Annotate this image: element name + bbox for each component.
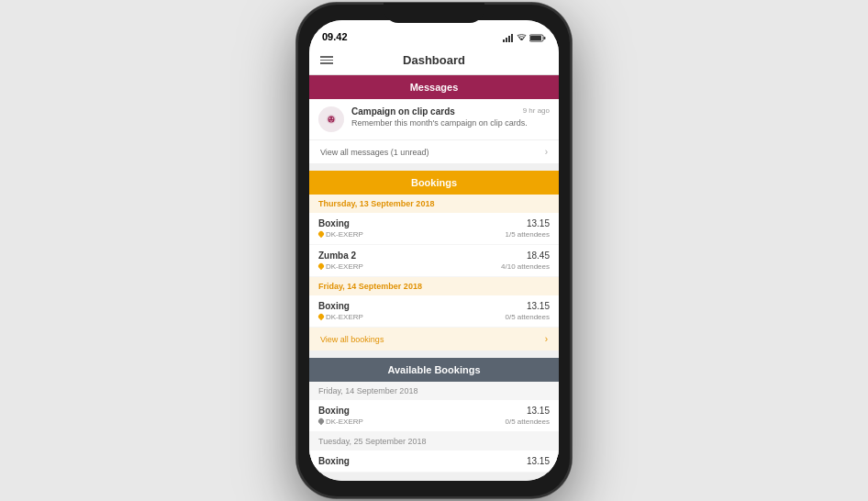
booking-attendees: 0/5 attendees bbox=[506, 418, 550, 426]
booking-top: Boxing 13.15 bbox=[318, 218, 550, 228]
menu-icon[interactable] bbox=[320, 56, 333, 64]
booking-row[interactable]: Zumba 2 18.45 DK-EXERP 4/10 attendees bbox=[309, 245, 559, 277]
available-header: Available Bookings bbox=[309, 358, 559, 382]
message-time: 9 hr ago bbox=[523, 106, 550, 115]
svg-rect-6 bbox=[544, 37, 546, 39]
booking-time: 13.15 bbox=[527, 218, 550, 228]
location-dot-icon bbox=[317, 313, 325, 320]
svg-rect-1 bbox=[506, 38, 507, 42]
status-bar: 09.42 bbox=[309, 20, 559, 46]
messages-section: Messages bbox=[309, 75, 559, 163]
booking-location: DK-EXERP bbox=[318, 313, 363, 321]
booking-time: 18.45 bbox=[527, 250, 550, 261]
svg-rect-2 bbox=[508, 36, 510, 42]
booking-location-text: DK-EXERP bbox=[326, 418, 363, 426]
booking-attendees: 4/10 attendees bbox=[501, 262, 550, 271]
booking-name: Boxing bbox=[318, 406, 350, 416]
svg-rect-5 bbox=[530, 36, 541, 40]
booking-location: DK-EXERP bbox=[318, 418, 363, 426]
booking-date-1: Thursday, 13 September 2018 bbox=[309, 195, 559, 213]
location-dot-icon bbox=[317, 418, 325, 425]
booking-name: Boxing bbox=[318, 218, 350, 228]
location-dot-icon bbox=[317, 262, 325, 270]
battery-icon bbox=[529, 34, 546, 42]
booking-location-text: DK-EXERP bbox=[326, 230, 363, 239]
available-date-2: Tuesday, 25 September 2018 bbox=[309, 432, 559, 451]
status-icons bbox=[503, 34, 546, 42]
scroll-content[interactable]: Messages bbox=[309, 75, 559, 481]
view-bookings-text: View all bookings bbox=[320, 335, 384, 344]
booking-top: Boxing 13.15 bbox=[318, 406, 550, 416]
booking-top: Boxing 13.15 bbox=[318, 456, 550, 466]
booking-top: Boxing 13.15 bbox=[318, 301, 550, 311]
bookings-section: Bookings Thursday, 13 September 2018 Box… bbox=[309, 171, 559, 351]
message-icon bbox=[318, 106, 344, 132]
message-title-row: Campaign on clip cards 9 hr ago bbox=[351, 106, 550, 117]
svg-rect-0 bbox=[503, 39, 505, 42]
booking-top: Zumba 2 18.45 bbox=[318, 250, 550, 261]
notch bbox=[384, 3, 484, 23]
booking-location: DK-EXERP bbox=[318, 262, 363, 271]
booking-name: Boxing bbox=[318, 456, 350, 466]
booking-date-2: Friday, 14 September 2018 bbox=[309, 277, 559, 295]
booking-name: Boxing bbox=[318, 301, 350, 311]
screen: 09.42 bbox=[309, 20, 559, 481]
signal-icon bbox=[503, 34, 514, 42]
booking-time: 13.15 bbox=[527, 406, 550, 416]
bookings-chevron-icon: › bbox=[545, 334, 548, 344]
svg-point-10 bbox=[332, 117, 334, 119]
messages-chevron-icon: › bbox=[545, 147, 548, 157]
campaign-icon bbox=[324, 112, 339, 127]
message-card[interactable]: Campaign on clip cards 9 hr ago Remember… bbox=[309, 99, 559, 139]
view-all-messages-text: View all messages (1 unread) bbox=[320, 148, 428, 157]
booking-name: Zumba 2 bbox=[318, 250, 356, 261]
booking-location-text: DK-EXERP bbox=[326, 262, 363, 271]
view-all-messages-row[interactable]: View all messages (1 unread) › bbox=[309, 139, 559, 163]
message-title: Campaign on clip cards bbox=[351, 106, 455, 117]
view-all-bookings-row[interactable]: View all bookings › bbox=[309, 328, 559, 351]
available-section: Available Bookings Friday, 14 September … bbox=[309, 358, 559, 473]
booking-attendees: 0/5 attendees bbox=[506, 313, 550, 321]
bookings-header: Bookings bbox=[309, 171, 559, 195]
phone-frame: 09.42 bbox=[296, 3, 572, 498]
navbar-title: Dashboard bbox=[403, 53, 465, 67]
available-booking-row[interactable]: Boxing 13.15 bbox=[309, 451, 559, 473]
navbar: Dashboard bbox=[309, 46, 559, 75]
available-booking-row[interactable]: Boxing 13.15 DK-EXERP 0/5 attendees bbox=[309, 400, 559, 432]
booking-location-text: DK-EXERP bbox=[326, 313, 363, 321]
location-dot-icon bbox=[317, 230, 325, 238]
booking-row[interactable]: Boxing 13.15 DK-EXERP 1/5 attendees bbox=[309, 213, 559, 245]
booking-row[interactable]: Boxing 13.15 DK-EXERP 0/5 attendees bbox=[309, 295, 559, 328]
wifi-icon bbox=[517, 34, 527, 42]
phone-wrapper: 09.42 bbox=[287, 0, 581, 501]
status-time: 09.42 bbox=[322, 31, 348, 42]
svg-rect-3 bbox=[511, 34, 513, 42]
booking-attendees: 1/5 attendees bbox=[506, 230, 550, 239]
booking-location: DK-EXERP bbox=[318, 230, 363, 239]
svg-point-9 bbox=[329, 117, 331, 119]
booking-time: 13.15 bbox=[527, 456, 550, 466]
messages-header: Messages bbox=[309, 75, 559, 99]
available-date-1: Friday, 14 September 2018 bbox=[309, 382, 559, 400]
message-body: Campaign on clip cards 9 hr ago Remember… bbox=[351, 106, 550, 129]
message-text: Remember this month's campaign on clip c… bbox=[351, 118, 550, 129]
booking-time: 13.15 bbox=[527, 301, 550, 311]
